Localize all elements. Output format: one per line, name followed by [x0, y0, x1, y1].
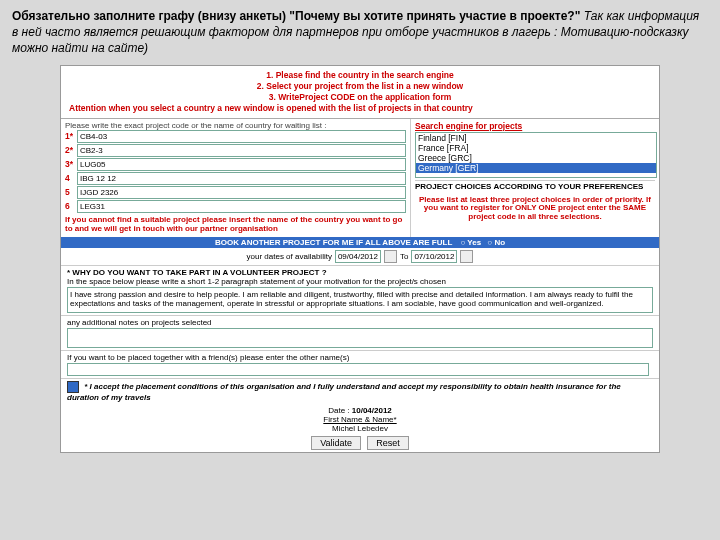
search-column: Search engine for projects Finland [FIN]…	[410, 119, 659, 238]
project-code-input[interactable]: LUG05	[77, 158, 406, 171]
book-another-bar: BOOK ANOTHER PROJECT FOR ME IF ALL ABOVE…	[61, 237, 659, 248]
motivation-textarea[interactable]: I have strong passion and desire to help…	[67, 287, 653, 313]
priority-column: Please write the exact project code or t…	[61, 119, 410, 238]
accept-checkbox[interactable]	[67, 381, 79, 393]
dates-label: your dates of availability	[247, 252, 332, 261]
priority-num: 6	[65, 201, 77, 211]
additional-textarea[interactable]	[67, 328, 653, 348]
date-label: Date :	[328, 406, 349, 415]
country-listbox[interactable]: Finland [FIN] France [FRA] Greece [GRC] …	[415, 132, 657, 178]
instruction-line: 3. WriteProject CODE on the application …	[69, 92, 651, 103]
priority-num: 2*	[65, 145, 77, 155]
calendar-icon[interactable]	[384, 250, 397, 263]
priority-num: 4	[65, 173, 77, 183]
list-option[interactable]: Greece [GRC]	[416, 153, 656, 163]
project-code-input[interactable]: LEG31	[77, 200, 406, 213]
search-label: Search engine for projects	[415, 121, 655, 131]
instruction-line: 2. Select your project from the list in …	[69, 81, 651, 92]
together-label: If you want to be placed together with a…	[67, 353, 653, 362]
project-code-input[interactable]: CB4-03	[77, 130, 406, 143]
reset-button[interactable]: Reset	[367, 436, 409, 450]
page-header: Обязательно заполните графу (внизу анкет…	[0, 0, 720, 65]
calendar-icon[interactable]	[460, 250, 473, 263]
application-form: 1. Please find the country in the search…	[60, 65, 660, 454]
validate-button[interactable]: Validate	[311, 436, 361, 450]
accept-section: * I accept the placement conditions of t…	[61, 378, 659, 404]
additional-section: any additional notes on projects selecte…	[61, 315, 659, 350]
list-option-selected[interactable]: Germany [GER]	[416, 163, 656, 173]
date-to-input[interactable]: 07/10/2012	[411, 250, 457, 263]
instructions-block: 1. Please find the country in the search…	[61, 66, 659, 118]
header-bold: Обязательно заполните графу (внизу анкет…	[12, 9, 580, 23]
together-section: If you want to be placed together with a…	[61, 350, 659, 378]
radio-no[interactable]: ○ No	[487, 238, 505, 247]
attention-line: Attention when you select a country a ne…	[69, 103, 651, 114]
dates-row: your dates of availability 09/04/2012 To…	[61, 248, 659, 265]
additional-label: any additional notes on projects selecte…	[67, 318, 653, 327]
priority-num: 1*	[65, 131, 77, 141]
date-value: 10/04/2012	[352, 406, 392, 415]
priority-num: 3*	[65, 159, 77, 169]
name-value: Michel Lebedev	[63, 424, 657, 433]
list-option[interactable]: Finland [FIN]	[416, 133, 656, 143]
project-code-input[interactable]: IBG 12 12	[77, 172, 406, 185]
motivation-question: * WHY DO YOU WANT TO TAKE PART IN A VOLU…	[67, 268, 653, 277]
project-choices-heading: PROJECT CHOICES ACCORDING TO YOUR PREFER…	[415, 180, 655, 194]
project-code-input[interactable]: CB2-3	[77, 144, 406, 157]
priority-note: Please list at least three project choic…	[415, 194, 655, 224]
motivation-section: * WHY DO YOU WANT TO TAKE PART IN A VOLU…	[61, 265, 659, 315]
to-label: To	[400, 252, 408, 261]
radio-yes[interactable]: ○ Yes	[460, 238, 481, 247]
date-from-input[interactable]: 09/04/2012	[335, 250, 381, 263]
accept-text: * I accept the placement conditions of t…	[67, 382, 621, 402]
instruction-line: 1. Please find the country in the search…	[69, 70, 651, 81]
not-found-note: If you cannot find a suitable project pl…	[65, 214, 406, 236]
priority-num: 5	[65, 187, 77, 197]
together-input[interactable]	[67, 363, 649, 376]
priority-intro: Please write the exact project code or t…	[65, 121, 406, 130]
footer: Date : 10/04/2012 First Name & Name* Mic…	[61, 404, 659, 452]
motivation-hint: In the space below please write a short …	[67, 277, 653, 286]
project-code-input[interactable]: IJGD 2326	[77, 186, 406, 199]
name-label: First Name & Name*	[323, 415, 396, 424]
list-option[interactable]: France [FRA]	[416, 143, 656, 153]
